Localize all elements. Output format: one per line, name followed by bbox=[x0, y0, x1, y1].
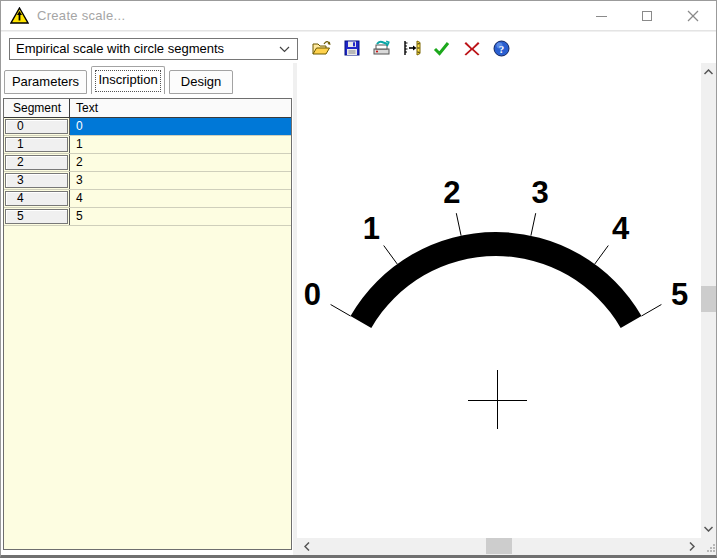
column-header-segment: Segment bbox=[4, 99, 70, 117]
svg-text:5: 5 bbox=[671, 277, 688, 312]
scale-type-dropdown[interactable]: Empirical scale with circle segments bbox=[9, 38, 298, 60]
svg-text:2: 2 bbox=[443, 175, 460, 210]
open-folder-icon bbox=[312, 40, 331, 56]
maximize-icon bbox=[642, 11, 652, 21]
chevron-left-icon bbox=[304, 542, 310, 551]
print-button[interactable] bbox=[372, 39, 391, 58]
minimize-button[interactable] bbox=[578, 1, 624, 31]
tab-focus-rect bbox=[95, 70, 161, 92]
title-bar: Create scale... bbox=[1, 1, 716, 31]
scale-preview-canvas[interactable]: 012345 bbox=[297, 63, 701, 538]
grid-header-row: Segment Text bbox=[4, 99, 291, 118]
scroll-right-button[interactable] bbox=[684, 538, 699, 554]
chevron-down-icon bbox=[704, 526, 713, 532]
close-icon bbox=[687, 10, 699, 22]
horizontal-scrollbar-thumb[interactable] bbox=[486, 538, 512, 554]
vertical-scrollbar-thumb[interactable] bbox=[701, 286, 716, 312]
table-row: 5 5 bbox=[4, 208, 291, 226]
svg-text:4: 4 bbox=[612, 211, 630, 246]
text-cell-4[interactable]: 4 bbox=[70, 190, 291, 207]
scale-type-value: Empirical scale with circle segments bbox=[16, 41, 224, 56]
horizontal-scrollbar[interactable] bbox=[297, 538, 701, 554]
table-row: 1 1 bbox=[4, 136, 291, 154]
segment-cell-5[interactable]: 5 bbox=[5, 209, 68, 224]
cancel-button[interactable] bbox=[462, 39, 481, 58]
column-header-text: Text bbox=[70, 99, 291, 117]
cancel-x-icon bbox=[464, 41, 480, 56]
text-cell-2[interactable]: 2 bbox=[70, 154, 291, 171]
svg-text:0: 0 bbox=[304, 277, 321, 312]
transfer-scale-icon bbox=[403, 40, 421, 56]
tab-parameters-label: Parameters bbox=[12, 74, 79, 89]
help-button[interactable]: ? bbox=[492, 39, 511, 58]
segment-cell-0[interactable]: 0 bbox=[5, 119, 68, 134]
table-row: 3 3 bbox=[4, 172, 291, 190]
save-button[interactable] bbox=[342, 39, 361, 58]
vertical-scrollbar[interactable] bbox=[701, 63, 716, 538]
tab-design[interactable]: Design bbox=[169, 70, 233, 94]
text-cell-3[interactable]: 3 bbox=[70, 172, 291, 189]
close-button[interactable] bbox=[670, 1, 716, 31]
tab-inscription[interactable]: Inscription bbox=[91, 66, 165, 94]
text-cell-0[interactable]: 0 bbox=[70, 118, 291, 135]
chevron-down-icon bbox=[279, 46, 290, 53]
open-button[interactable] bbox=[312, 39, 331, 58]
chevron-up-icon bbox=[704, 69, 713, 75]
resize-grip-icon[interactable] bbox=[706, 543, 716, 553]
chevron-right-icon bbox=[689, 542, 695, 551]
scroll-up-button[interactable] bbox=[701, 65, 716, 79]
text-cell-1[interactable]: 1 bbox=[70, 136, 291, 153]
segment-cell-2[interactable]: 2 bbox=[5, 155, 68, 170]
maximize-button[interactable] bbox=[624, 1, 670, 31]
gauge-arc-preview: 012345 bbox=[297, 63, 701, 538]
scroll-left-button[interactable] bbox=[299, 538, 314, 554]
segment-cell-3[interactable]: 3 bbox=[5, 173, 68, 188]
svg-text:?: ? bbox=[499, 42, 505, 54]
segment-cell-1[interactable]: 1 bbox=[5, 137, 68, 152]
print-icon bbox=[372, 40, 391, 56]
help-icon: ? bbox=[493, 40, 510, 57]
inscription-pane: Parameters Inscription Design Segment Te… bbox=[1, 63, 293, 556]
tab-parameters[interactable]: Parameters bbox=[4, 70, 87, 94]
table-row: 4 4 bbox=[4, 190, 291, 208]
minimize-icon bbox=[596, 16, 607, 17]
segment-text-grid: Segment Text 0 0 1 1 2 2 3 3 4 4 bbox=[3, 98, 292, 550]
tab-strip: Parameters Inscription Design bbox=[1, 65, 293, 95]
window-title: Create scale... bbox=[37, 1, 125, 31]
svg-text:1: 1 bbox=[363, 211, 380, 246]
scroll-down-button[interactable] bbox=[701, 522, 716, 536]
tab-design-label: Design bbox=[181, 74, 221, 89]
warning-triangle-icon bbox=[10, 7, 29, 24]
text-cell-5[interactable]: 5 bbox=[70, 208, 291, 225]
save-icon bbox=[344, 40, 360, 56]
toolbar: Empirical scale with circle segments bbox=[1, 32, 716, 63]
segment-cell-4[interactable]: 4 bbox=[5, 191, 68, 206]
svg-text:3: 3 bbox=[531, 175, 548, 210]
ok-check-icon bbox=[433, 41, 450, 56]
table-row: 0 0 bbox=[4, 118, 291, 136]
create-scale-dialog: Create scale... Empirical scale with cir… bbox=[0, 0, 717, 558]
ok-button[interactable] bbox=[432, 39, 451, 58]
table-row: 2 2 bbox=[4, 154, 291, 172]
scrollbar-corner bbox=[701, 538, 717, 554]
transfer-scale-button[interactable] bbox=[402, 39, 421, 58]
